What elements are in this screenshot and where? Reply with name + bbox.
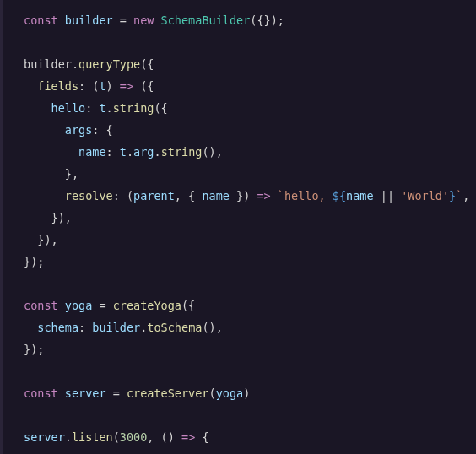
code-token: . bbox=[106, 101, 113, 115]
code-token: queryType bbox=[78, 57, 140, 71]
code-token: = bbox=[106, 386, 127, 400]
code-token: }, bbox=[24, 167, 78, 181]
code-token: builder bbox=[24, 57, 72, 71]
code-token: . bbox=[154, 145, 160, 159]
code-token bbox=[154, 14, 160, 27]
code-token: ({ bbox=[181, 299, 195, 312]
code-token bbox=[58, 14, 65, 27]
code-token: 'World' bbox=[401, 189, 449, 203]
code-token: new bbox=[133, 14, 154, 27]
code-token: resolve bbox=[65, 189, 113, 203]
code-token: string bbox=[161, 145, 203, 159]
code-token bbox=[271, 189, 278, 203]
code-token: const bbox=[24, 14, 58, 27]
code-token bbox=[58, 299, 65, 312]
code-token: ({}); bbox=[250, 14, 284, 27]
code-token: parent bbox=[133, 189, 175, 203]
code-token: : ( bbox=[113, 189, 133, 203]
code-token: . bbox=[72, 57, 78, 71]
code-content: const builder = new SchemaBuilder({}); b… bbox=[24, 14, 469, 454]
code-token: ) bbox=[106, 79, 120, 93]
code-token: . bbox=[127, 145, 133, 159]
code-token: (), bbox=[202, 321, 222, 334]
code-token: , bbox=[462, 189, 469, 203]
code-token bbox=[58, 386, 65, 400]
code-token: ({ bbox=[140, 57, 154, 71]
code-token: t bbox=[99, 101, 105, 115]
code-token: name bbox=[346, 189, 374, 203]
code-token: t bbox=[120, 145, 127, 159]
code-token: `hello, bbox=[278, 189, 333, 203]
code-token: ) bbox=[243, 386, 250, 400]
code-token bbox=[24, 189, 65, 203]
code-token: . bbox=[65, 430, 72, 444]
code-token: yoga bbox=[216, 386, 244, 400]
code-token: }), bbox=[24, 211, 72, 224]
code-token: }); bbox=[24, 255, 44, 268]
code-token: ( bbox=[209, 386, 216, 400]
code-token: || bbox=[374, 189, 402, 203]
code-token: (), bbox=[202, 145, 222, 159]
code-token: builder bbox=[92, 321, 140, 334]
code-token: t bbox=[99, 79, 105, 93]
code-token: : ( bbox=[78, 79, 99, 93]
code-token: } bbox=[449, 189, 456, 203]
code-token: toSchema bbox=[147, 321, 202, 334]
code-token: => bbox=[257, 189, 270, 203]
code-token: const bbox=[24, 299, 58, 312]
code-token: ( bbox=[113, 430, 120, 444]
code-token: yoga bbox=[65, 299, 93, 312]
code-token: : bbox=[106, 145, 120, 159]
code-token: builder bbox=[65, 14, 113, 27]
code-token: ({ bbox=[154, 101, 167, 115]
code-block: const builder = new SchemaBuilder({}); b… bbox=[0, 0, 476, 454]
code-token: args bbox=[65, 123, 93, 137]
code-token: arg bbox=[133, 145, 154, 159]
code-token bbox=[24, 79, 37, 93]
code-token: }); bbox=[24, 343, 44, 356]
code-token: SchemaBuilder bbox=[161, 14, 251, 27]
code-token: ({ bbox=[133, 79, 154, 93]
code-token bbox=[24, 123, 65, 137]
code-token: fields bbox=[37, 79, 78, 93]
code-token: server bbox=[24, 430, 65, 444]
code-token: => bbox=[181, 430, 195, 444]
code-token: }) bbox=[230, 189, 257, 203]
code-token: listen bbox=[72, 430, 113, 444]
code-token: const bbox=[24, 386, 58, 400]
code-token: }), bbox=[24, 233, 58, 246]
code-token: createServer bbox=[127, 386, 209, 400]
code-token bbox=[24, 145, 78, 159]
code-token: , { bbox=[175, 189, 203, 203]
code-token: server bbox=[65, 386, 106, 400]
code-token: , () bbox=[147, 430, 181, 444]
code-token: name bbox=[78, 145, 106, 159]
code-token: string bbox=[113, 101, 154, 115]
code-token: = bbox=[92, 299, 112, 312]
code-token: schema bbox=[37, 321, 78, 334]
code-token: : bbox=[78, 321, 92, 334]
code-token: 3000 bbox=[120, 430, 148, 444]
code-token: hello bbox=[51, 101, 86, 115]
code-token: : bbox=[85, 101, 99, 115]
code-token: => bbox=[120, 79, 133, 93]
code-token: { bbox=[195, 430, 208, 444]
code-token: name bbox=[202, 189, 230, 203]
code-token: createYoga bbox=[113, 299, 181, 312]
code-token: = bbox=[113, 14, 133, 27]
code-token: ${ bbox=[333, 189, 346, 203]
code-token: : { bbox=[92, 123, 112, 137]
code-token bbox=[24, 321, 37, 334]
code-token bbox=[24, 101, 51, 115]
